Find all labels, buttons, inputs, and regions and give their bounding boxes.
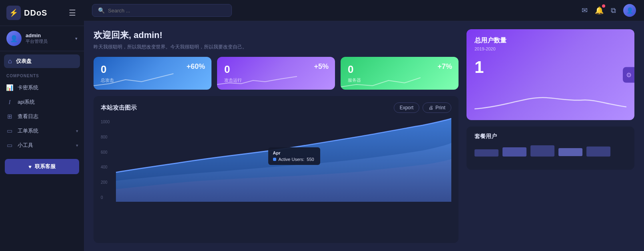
hamburger-button[interactable]: ☰ <box>67 6 78 19</box>
total-users-title: 总用户数量 <box>475 36 626 45</box>
mail-icon[interactable]: ✉ <box>582 6 588 15</box>
area-chart-svg <box>116 118 451 202</box>
sidebar-item-api-system[interactable]: I api系统 <box>0 95 84 109</box>
running-attacks-change: +5% <box>314 62 329 71</box>
svg-rect-2 <box>530 145 554 157</box>
y-label-600: 600 <box>101 150 115 155</box>
print-button[interactable]: 🖨 Print <box>423 102 451 113</box>
y-label-1000: 1000 <box>101 120 115 124</box>
chart-section: 本站攻击图示 Export 🖨 Print 1000 <box>94 96 459 243</box>
running-attacks-sparkline <box>217 72 297 90</box>
right-panel: 总用户数量 2019-2020 1 ⚙ 套餐用户 <box>467 29 634 243</box>
welcome-subtitle: 昨天我很聪明，所以我想改变世界。今天我很聪明，所以我要改变自己。 <box>94 44 459 50</box>
components-section-label: COMPONENTS <box>0 68 84 80</box>
package-chart-svg <box>475 143 626 159</box>
logs-icon: ⊞ <box>6 113 14 120</box>
search-box[interactable]: 🔍 <box>92 4 232 17</box>
y-axis: 1000 800 600 400 200 0 <box>101 118 116 202</box>
sidebar-item-view-logs[interactable]: ⊞ 查看日志 <box>0 109 84 124</box>
sidebar-item-ticket-system[interactable]: ▭ 工单系统 ▾ <box>0 124 84 138</box>
y-label-200: 200 <box>101 180 115 185</box>
stat-card-running-attacks: 0 攻击运行 +5% <box>217 57 335 90</box>
print-label: Print <box>435 105 445 110</box>
total-users-card: 总用户数量 2019-2020 1 ⚙ <box>467 29 634 120</box>
stat-card-servers: 0 服务器 +7% <box>341 57 459 90</box>
total-users-sparkline-svg <box>475 89 626 113</box>
welcome-title: 欢迎回来, admin! <box>94 29 459 41</box>
svg-rect-4 <box>586 147 610 157</box>
chevron-down-icon: ▾ <box>75 36 78 41</box>
main-content: 🔍 ✉ 🔔 ⧉ 👤 欢迎回来, admin! 昨天我很聪明，所以我想改变世界。今… <box>84 0 644 251</box>
settings-button[interactable]: ⚙ <box>623 67 634 82</box>
avatar: 👤 <box>6 31 22 46</box>
tools-icon: ▭ <box>6 142 14 149</box>
layers-icon[interactable]: ⧉ <box>611 6 616 15</box>
user-section[interactable]: 👤 admin 平台管理员 ▾ <box>0 26 84 51</box>
topbar-right: ✉ 🔔 ⧉ 👤 <box>582 4 636 17</box>
logo-text: DDoS <box>24 8 47 18</box>
search-input[interactable] <box>108 8 226 14</box>
left-panel: 欢迎回来, admin! 昨天我很聪明，所以我想改变世界。今天我很聪明，所以我要… <box>94 29 459 243</box>
svg-rect-1 <box>502 147 526 157</box>
welcome-section: 欢迎回来, admin! 昨天我很聪明，所以我想改变世界。今天我很聪明，所以我要… <box>94 29 459 50</box>
search-icon: 🔍 <box>98 7 105 14</box>
sidebar-item-dashboard[interactable]: ⌂ 仪表盘 <box>4 54 80 68</box>
tools-label: 小工具 <box>18 142 72 149</box>
servers-sparkline <box>341 72 421 90</box>
user-avatar-topbar[interactable]: 👤 <box>623 4 636 17</box>
total-users-year: 2019-2020 <box>475 46 626 51</box>
contact-label: 联系客服 <box>35 163 56 170</box>
contact-service-button[interactable]: ♥ 联系客服 <box>5 159 79 174</box>
home-icon: ⌂ <box>8 58 12 65</box>
servers-change: +7% <box>437 62 452 71</box>
sidebar-logo: ⚡ DDoS ☰ <box>0 0 84 26</box>
sidebar-item-card-system[interactable]: 📊 卡密系统 <box>0 80 84 95</box>
sidebar-item-tools[interactable]: ▭ 小工具 ▾ <box>0 138 84 153</box>
page-content: 欢迎回来, admin! 昨天我很聪明，所以我想改变世界。今天我很聪明，所以我要… <box>84 21 644 251</box>
total-attacks-change: +60% <box>186 62 205 71</box>
chart-actions: Export 🖨 Print <box>394 102 451 113</box>
api-icon: I <box>6 99 14 106</box>
y-label-400: 400 <box>101 165 115 169</box>
chart-icon: 📊 <box>6 84 14 91</box>
card-system-label: 卡密系统 <box>18 84 78 91</box>
total-users-value: 1 <box>475 58 626 77</box>
chart-area: 1000 800 600 400 200 0 <box>101 118 451 202</box>
ticket-system-label: 工单系统 <box>18 127 72 135</box>
chevron-down-icon: ▾ <box>76 143 78 148</box>
logo-icon: ⚡ <box>6 6 21 20</box>
total-users-chart <box>475 89 626 113</box>
view-logs-label: 查看日志 <box>18 113 78 120</box>
export-label: Export <box>400 105 414 110</box>
notification-bell-icon[interactable]: 🔔 <box>595 6 604 15</box>
package-users-title: 套餐用户 <box>475 133 626 140</box>
notification-badge <box>602 4 605 8</box>
package-users-card: 套餐用户 <box>467 127 634 170</box>
user-info: admin 平台管理员 <box>26 32 71 44</box>
export-button[interactable]: Export <box>394 102 420 113</box>
heart-icon: ♥ <box>28 164 32 170</box>
total-attacks-sparkline <box>94 72 173 90</box>
chevron-down-icon: ▾ <box>76 129 78 134</box>
topbar: 🔍 ✉ 🔔 ⧉ 👤 <box>84 0 644 21</box>
user-role: 平台管理员 <box>26 38 71 44</box>
ticket-icon: ▭ <box>6 127 14 135</box>
stat-cards: 0 总攻击 +60% 0 攻击运行 +5% 0 <box>94 57 459 90</box>
stat-card-total-attacks: 0 总攻击 +60% <box>94 57 211 90</box>
chart-header: 本站攻击图示 Export 🖨 Print <box>101 102 451 113</box>
svg-rect-0 <box>475 149 498 157</box>
y-label-0: 0 <box>101 195 115 200</box>
chart-title: 本站攻击图示 <box>101 104 137 112</box>
sidebar: ⚡ DDoS ☰ 👤 admin 平台管理员 ▾ ⌂ 仪表盘 COMPONENT… <box>0 0 84 251</box>
y-label-800: 800 <box>101 135 115 139</box>
dashboard-label: 仪表盘 <box>16 58 32 65</box>
printer-icon: 🖨 <box>429 105 433 110</box>
api-system-label: api系统 <box>18 98 78 106</box>
svg-rect-3 <box>558 148 582 156</box>
user-name: admin <box>26 32 71 38</box>
